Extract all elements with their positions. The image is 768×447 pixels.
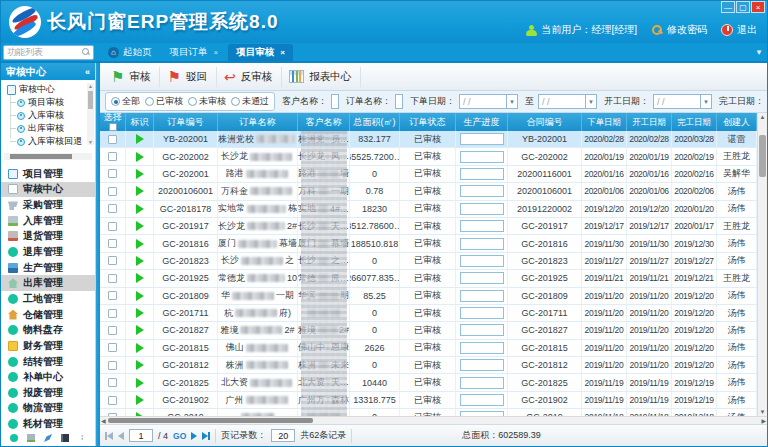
table-row[interactable]: GC-201925 常德龙10 常德原… 266077.835… 已审核 GC-…	[100, 270, 757, 287]
collapse-icon[interactable]: «	[85, 67, 90, 77]
table-row[interactable]: GC-201809 华一期 华滨期 85.25 已审核 GC-201809 20…	[100, 288, 757, 305]
sidebar-menu-item[interactable]: 工地管理	[1, 291, 95, 307]
tab-close-icon[interactable]: ×	[280, 48, 285, 57]
tree-scroll-thumb[interactable]	[88, 91, 93, 109]
scroll-down-icon[interactable]: ▼	[758, 409, 767, 415]
more-icon[interactable]: ⁞	[78, 434, 86, 442]
vertical-scrollbar[interactable]: ▲ ▼	[757, 113, 767, 416]
tab[interactable]: 项目订单 ×	[162, 44, 227, 61]
tab[interactable]: 项目审核 ×	[228, 44, 293, 61]
row-checkbox[interactable]	[108, 187, 117, 196]
table-header-cell[interactable]: 创建人	[717, 113, 757, 131]
minimize-button[interactable]: —	[721, 1, 735, 13]
table-header-cell[interactable]: 订单状态	[400, 113, 456, 131]
sidebar-menu-item[interactable]: 退货管理	[1, 229, 95, 245]
row-checkbox[interactable]	[108, 396, 117, 405]
table-row[interactable]: GC-2019 0 已审核 GC-2019 2019/11/18 2019/11…	[100, 409, 757, 416]
row-checkbox[interactable]	[108, 256, 117, 265]
toolbar-button[interactable]: 报表中心	[284, 67, 361, 87]
sidebar-menu-item[interactable]: 入库管理	[1, 213, 95, 229]
tree-node[interactable]: 入库审核	[7, 109, 87, 122]
row-checkbox[interactable]	[108, 291, 117, 300]
row-checkbox[interactable]	[108, 326, 117, 335]
sidebar-menu-item[interactable]: 补单中心	[1, 369, 95, 385]
row-checkbox[interactable]	[108, 169, 117, 178]
tree-node[interactable]: 项目审核	[7, 96, 87, 109]
status-radio[interactable]: 未通过	[231, 95, 269, 108]
row-checkbox[interactable]	[108, 274, 117, 283]
table-row[interactable]: GC-201825 北大资 北大资天… 10440 已审核 GC-201825 …	[100, 374, 757, 391]
scroll-left-icon[interactable]: ◀	[101, 417, 106, 425]
table-row[interactable]: GC-201711 杭府) 0 已审核 GC-201711 2019/11/20…	[100, 305, 757, 322]
table-header-cell[interactable]: 开工日期	[627, 113, 672, 131]
sidebar-menu-item[interactable]: 结转管理	[1, 354, 95, 370]
scroll-up-icon[interactable]: ▲	[87, 83, 94, 89]
table-row[interactable]: GC-2018178 实地常栋 实地4#… 18230 已审核 20191220…	[100, 201, 757, 218]
maximize-button[interactable]: ▢	[736, 1, 750, 13]
row-checkbox[interactable]	[108, 239, 117, 248]
table-row[interactable]: GC-201917 长沙龙2# 长沙天… 8512.78600… 已审核 GC-…	[100, 218, 757, 235]
tree-hscroll-thumb[interactable]	[10, 154, 72, 159]
scroll-right-icon[interactable]: ▶	[761, 417, 766, 425]
table-row[interactable]: GC-202001 路港 路港墙 0 已审核 20200116001 2020/…	[100, 166, 757, 183]
page-number-input[interactable]: 1	[129, 429, 153, 442]
row-checkbox[interactable]	[108, 361, 117, 370]
book-icon[interactable]	[61, 434, 69, 442]
order-name-input[interactable]	[395, 94, 403, 109]
tab-close-icon[interactable]: ×	[214, 48, 219, 57]
calendar-dropdown-icon[interactable]: ▼	[507, 94, 518, 109]
hscroll-thumb[interactable]	[108, 418, 313, 423]
table-row[interactable]: GC-201827 雅境2# 雅境2# 0 已审核 GC-201827 2019…	[100, 322, 757, 339]
row-checkbox[interactable]	[108, 343, 117, 352]
table-header-cell[interactable]: 生产进度	[456, 113, 508, 131]
table-header-cell[interactable]: 标识	[126, 113, 154, 131]
pen-icon[interactable]	[44, 434, 52, 442]
tree-root-node[interactable]: 审核中心	[7, 83, 87, 96]
horizontal-scrollbar[interactable]: ◀ ▶	[100, 416, 767, 424]
table-row[interactable]: GC-202002 长沙龙 长沙龙凤… 65525.7200… 已审核 GC-2…	[100, 148, 757, 165]
table-header-cell[interactable]: 总面积(㎡)	[350, 113, 400, 131]
status-radio[interactable]: 已审核	[145, 95, 183, 108]
scroll-down-icon[interactable]: ▼	[87, 139, 94, 145]
status-radio[interactable]: 未审核	[188, 95, 226, 108]
function-search-input[interactable]: 功能列表	[3, 45, 94, 60]
table-row[interactable]: GC-201815 佛山 佛山中恩康 2626 已审核 GC-201815 20…	[100, 340, 757, 357]
last-page-button[interactable]	[202, 432, 210, 440]
tree-vertical-scrollbar[interactable]: ▲ ▼	[87, 83, 94, 145]
logout-button[interactable]: 退出	[721, 23, 757, 37]
calendar-dropdown-icon[interactable]: ▼	[701, 94, 712, 109]
table-header-cell[interactable]: 合同编号	[508, 113, 582, 131]
sidebar-menu-item[interactable]: 审核中心	[1, 182, 95, 198]
table-header-cell[interactable]: 下单日期	[582, 113, 627, 131]
table-header-cell[interactable]: 订单编号	[154, 113, 218, 131]
page-size-input[interactable]: 20	[271, 429, 295, 442]
toolbar-button[interactable]: ↩ 反审核	[219, 67, 282, 87]
row-checkbox[interactable]	[108, 309, 117, 318]
table-row[interactable]: GC-201902 广州 广州万森林 13318.775 已审核 GC-2019…	[100, 392, 757, 409]
row-checkbox[interactable]	[108, 222, 117, 231]
customer-name-input[interactable]	[331, 94, 339, 109]
close-button[interactable]: ×	[751, 1, 765, 13]
row-checkbox[interactable]	[108, 204, 117, 213]
tree-node[interactable]: 出库审核	[7, 122, 87, 135]
sidebar-menu-item[interactable]: 出库管理	[1, 275, 95, 291]
start-date-input[interactable]: / /	[653, 94, 701, 109]
table-row[interactable]: GC-201816 厦门幕墙 厦门幕墙 188510.818 已审核 GC-20…	[100, 235, 757, 252]
toolbar-button[interactable]: ⚑ 驳回	[162, 67, 216, 87]
select-all-checkbox[interactable]	[109, 123, 117, 131]
table-row[interactable]: GC-201823 长沙之 长沙之… 0 已审核 GC-201823 2019/…	[100, 253, 757, 270]
cart-icon[interactable]	[27, 434, 35, 442]
status-radio[interactable]: 全部	[111, 95, 140, 108]
go-button[interactable]: GO	[173, 431, 186, 441]
sidebar-menu-item[interactable]: 仓储管理	[1, 307, 95, 323]
sidebar-menu-item[interactable]: 报废管理	[1, 385, 95, 401]
sidebar-menu-item[interactable]: 财务管理	[1, 338, 95, 354]
next-page-button[interactable]	[191, 432, 197, 440]
row-checkbox[interactable]	[108, 135, 117, 144]
first-page-button[interactable]	[105, 432, 113, 440]
toolbar-button[interactable]: ⚑ 审核	[106, 67, 160, 87]
sidebar-menu-item[interactable]: 项目管理	[1, 166, 95, 182]
change-password-button[interactable]: 修改密码	[651, 23, 707, 37]
sidebar-menu-item[interactable]: 耗材管理	[1, 416, 95, 432]
sidebar-menu-item[interactable]: 物流管理	[1, 401, 95, 417]
